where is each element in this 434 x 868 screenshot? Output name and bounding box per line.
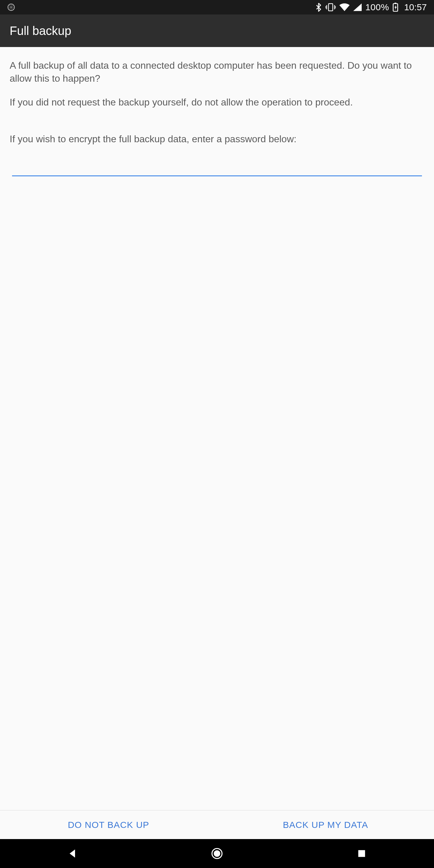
wifi-icon <box>339 3 350 11</box>
cellular-signal-icon <box>353 3 362 11</box>
navigation-bar <box>0 839 434 868</box>
button-bar: DO NOT BACK UP BACK UP MY DATA <box>0 810 434 839</box>
spinner-icon <box>7 3 15 11</box>
battery-charging-icon <box>393 3 398 12</box>
content-area: A full backup of all data to a connected… <box>0 47 434 810</box>
backup-request-text: A full backup of all data to a connected… <box>10 59 424 85</box>
encryption-password-input[interactable] <box>12 155 422 176</box>
page-title: Full backup <box>10 24 71 38</box>
password-field-wrapper <box>10 155 424 176</box>
svg-rect-5 <box>329 4 333 11</box>
app-bar: Full backup <box>0 14 434 47</box>
nav-recents-button[interactable] <box>347 839 376 868</box>
clock-text: 10:57 <box>404 2 427 12</box>
status-right: 100% 10:57 <box>315 2 427 12</box>
spacer <box>10 176 424 810</box>
bluetooth-icon <box>315 3 322 12</box>
nav-back-button[interactable] <box>58 839 87 868</box>
recents-square-icon <box>357 849 366 858</box>
backup-warning-text: If you did not request the backup yourse… <box>10 96 424 109</box>
svg-point-13 <box>214 850 220 857</box>
vibrate-icon <box>326 3 336 11</box>
battery-percent-text: 100% <box>365 2 389 12</box>
back-up-my-data-button[interactable]: BACK UP MY DATA <box>217 810 434 839</box>
status-left <box>7 3 15 11</box>
nav-home-button[interactable] <box>203 839 231 868</box>
svg-rect-14 <box>358 850 365 857</box>
screen: 100% 10:57 Full backup A full backup of … <box>0 0 434 868</box>
encrypt-prompt-text: If you wish to encrypt the full backup d… <box>10 133 424 146</box>
svg-rect-11 <box>395 3 396 4</box>
do-not-back-up-button[interactable]: DO NOT BACK UP <box>0 810 217 839</box>
home-circle-icon <box>211 847 223 860</box>
back-triangle-icon <box>67 848 78 859</box>
status-bar: 100% 10:57 <box>0 0 434 14</box>
